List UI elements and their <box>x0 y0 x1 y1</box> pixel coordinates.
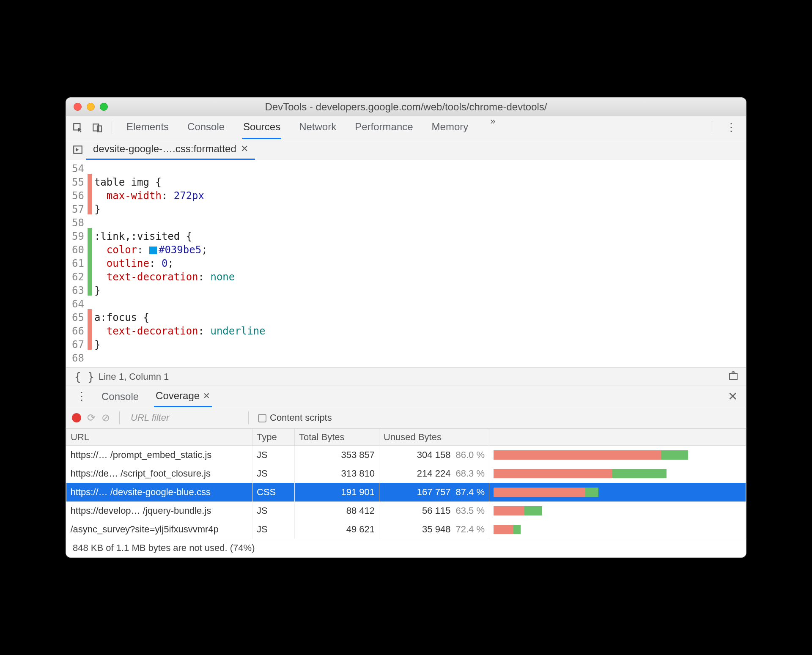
tab-network[interactable]: Network <box>298 116 337 139</box>
coverage-summary: 848 KB of 1.1 MB bytes are not used. (74… <box>73 543 255 554</box>
drawer-tab-coverage[interactable]: Coverage ✕ <box>154 386 212 407</box>
divider <box>712 121 712 134</box>
table-row[interactable]: https://… /devsite-google-blue.cssCSS191… <box>66 483 746 502</box>
table-row[interactable]: https://develop… /jquery-bundle.jsJS88 4… <box>66 502 746 520</box>
tab-elements[interactable]: Elements <box>126 116 170 139</box>
content-scripts-label: Content scripts <box>270 412 332 423</box>
tab-memory[interactable]: Memory <box>431 116 469 139</box>
col-header-unused[interactable]: Unused Bytes <box>379 429 489 446</box>
devtools-window: DevTools - developers.google.com/web/too… <box>66 97 746 558</box>
toggle-sidebar-icon[interactable] <box>725 370 742 383</box>
drawer-tab-console[interactable]: Console <box>100 386 140 407</box>
table-row[interactable]: https://… /prompt_embed_static.jsJS353 8… <box>66 446 746 464</box>
url-filter-input[interactable]: URL filter <box>129 412 239 423</box>
code-content[interactable]: table img { max-width: 272px}:link,:visi… <box>92 160 746 367</box>
cursor-position: Line 1, Column 1 <box>99 371 169 382</box>
divider <box>119 411 120 424</box>
tab-console[interactable]: Console <box>187 116 225 139</box>
record-button[interactable] <box>72 413 81 422</box>
file-tab-strip: devsite-google-….css:formatted ✕ <box>66 139 746 160</box>
line-number-gutter: 545556575859606162636465666768 <box>66 160 88 367</box>
divider <box>112 121 112 134</box>
traffic-lights <box>66 103 108 111</box>
close-drawer-icon[interactable]: ✕ <box>724 389 742 403</box>
table-row[interactable]: https://de… /script_foot_closure.jsJS313… <box>66 464 746 483</box>
col-header-type[interactable]: Type <box>252 429 295 446</box>
drawer-tab-label: Coverage <box>156 390 200 402</box>
table-row[interactable]: /async_survey?site=ylj5ifxusvvmr4pJS49 6… <box>66 520 746 539</box>
maximize-window-button[interactable] <box>100 103 108 111</box>
close-window-button[interactable] <box>74 103 82 111</box>
tab-performance[interactable]: Performance <box>354 116 414 139</box>
coverage-gutter <box>88 160 92 367</box>
divider <box>248 411 249 424</box>
inspect-element-icon[interactable] <box>69 119 86 136</box>
tab-sources[interactable]: Sources <box>242 116 281 139</box>
window-titlebar: DevTools - developers.google.com/web/too… <box>66 98 746 116</box>
col-header-url[interactable]: URL <box>66 429 252 446</box>
editor-status-bar: { } Line 1, Column 1 <box>66 367 746 386</box>
close-file-tab-icon[interactable]: ✕ <box>241 143 248 154</box>
drawer-tab-label: Console <box>102 391 139 403</box>
drawer-kebab-icon[interactable]: ⋮ <box>70 390 93 403</box>
file-tab-label: devsite-google-….css:formatted <box>93 143 236 155</box>
device-toggle-icon[interactable] <box>89 119 106 136</box>
more-tabs-chevron-icon[interactable]: » <box>486 116 499 139</box>
reload-icon[interactable]: ⟳ <box>87 412 96 424</box>
minimize-window-button[interactable] <box>87 103 95 111</box>
panel-tabs: Elements Console Sources Network Perform… <box>118 116 500 139</box>
svg-rect-1 <box>93 124 99 131</box>
col-header-bar[interactable] <box>489 429 746 446</box>
clear-icon[interactable]: ⊘ <box>102 412 110 424</box>
main-toolbar: Elements Console Sources Network Perform… <box>66 116 746 139</box>
code-editor[interactable]: 545556575859606162636465666768 table img… <box>66 160 746 367</box>
coverage-footer: 848 KB of 1.1 MB bytes are not used. (74… <box>66 539 746 557</box>
coverage-toolbar: ⟳ ⊘ URL filter Content scripts <box>66 407 746 428</box>
close-drawer-tab-icon[interactable]: ✕ <box>203 391 210 401</box>
settings-kebab-icon[interactable]: ⋮ <box>720 121 743 134</box>
pretty-print-icon[interactable]: { } <box>70 370 99 383</box>
file-tab[interactable]: devsite-google-….css:formatted ✕ <box>86 139 255 160</box>
window-title: DevTools - developers.google.com/web/too… <box>66 101 746 113</box>
navigator-toggle-icon[interactable] <box>69 144 86 155</box>
col-header-total[interactable]: Total Bytes <box>295 429 379 446</box>
content-scripts-checkbox[interactable]: Content scripts <box>258 412 332 423</box>
coverage-table: URL Type Total Bytes Unused Bytes https:… <box>66 428 746 539</box>
drawer-tab-bar: ⋮ Console Coverage ✕ ✕ <box>66 386 746 407</box>
svg-rect-4 <box>730 373 737 379</box>
